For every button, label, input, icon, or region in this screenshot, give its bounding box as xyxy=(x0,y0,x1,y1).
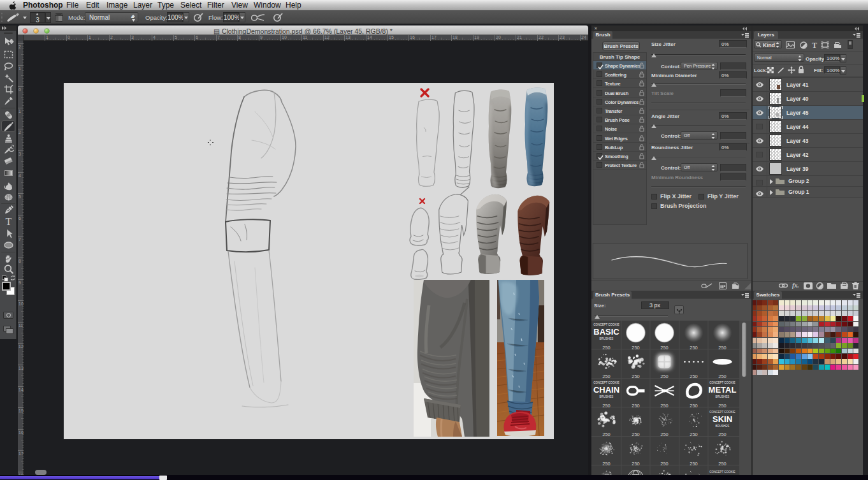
svg-text:BRUSHES: BRUSHES xyxy=(716,395,730,398)
svg-text:250: 250 xyxy=(690,432,698,437)
svg-text:BRUSHES: BRUSHES xyxy=(600,395,614,398)
svg-text:CONCEPT COOKIE: CONCEPT COOKIE xyxy=(709,411,735,414)
svg-text:CHAIN: CHAIN xyxy=(593,385,619,395)
svg-text:250: 250 xyxy=(632,345,640,351)
svg-text:250: 250 xyxy=(660,345,669,351)
svg-text:250: 250 xyxy=(660,461,669,467)
svg-text:250: 250 xyxy=(632,461,640,467)
svg-text:250: 250 xyxy=(602,432,611,437)
svg-text:250: 250 xyxy=(718,374,727,379)
svg-text:BASIC: BASIC xyxy=(593,327,619,337)
svg-text:250: 250 xyxy=(660,432,669,437)
svg-text:BRUSHES: BRUSHES xyxy=(600,337,614,340)
svg-text:250: 250 xyxy=(718,403,727,409)
svg-text:250: 250 xyxy=(690,403,698,409)
svg-text:250: 250 xyxy=(632,403,640,409)
svg-text:250: 250 xyxy=(632,374,640,379)
svg-text:T: T xyxy=(6,216,12,227)
svg-text:CONCEPT COOKIE: CONCEPT COOKIE xyxy=(709,470,735,474)
svg-text:250: 250 xyxy=(690,461,698,467)
svg-text:250: 250 xyxy=(718,345,727,351)
svg-text:METAL: METAL xyxy=(709,385,737,395)
svg-text:CONCEPT COOKIE: CONCEPT COOKIE xyxy=(709,381,735,384)
svg-text:250: 250 xyxy=(660,374,669,379)
svg-text:250: 250 xyxy=(602,345,611,351)
svg-text:250: 250 xyxy=(632,432,640,437)
svg-text:250: 250 xyxy=(602,461,611,467)
svg-text:250: 250 xyxy=(602,403,611,409)
svg-text:250: 250 xyxy=(690,345,698,351)
svg-text:250: 250 xyxy=(690,374,698,379)
svg-text:CONCEPT COOKIE: CONCEPT COOKIE xyxy=(593,381,619,384)
svg-text:250: 250 xyxy=(718,461,727,467)
svg-text:250: 250 xyxy=(718,432,727,437)
svg-text:SKIN: SKIN xyxy=(712,414,732,424)
svg-text:250: 250 xyxy=(602,374,611,379)
svg-text:CONCEPT COOKIE: CONCEPT COOKIE xyxy=(593,323,619,326)
svg-text:BRUSHES: BRUSHES xyxy=(716,425,730,428)
svg-text:250: 250 xyxy=(660,403,669,409)
